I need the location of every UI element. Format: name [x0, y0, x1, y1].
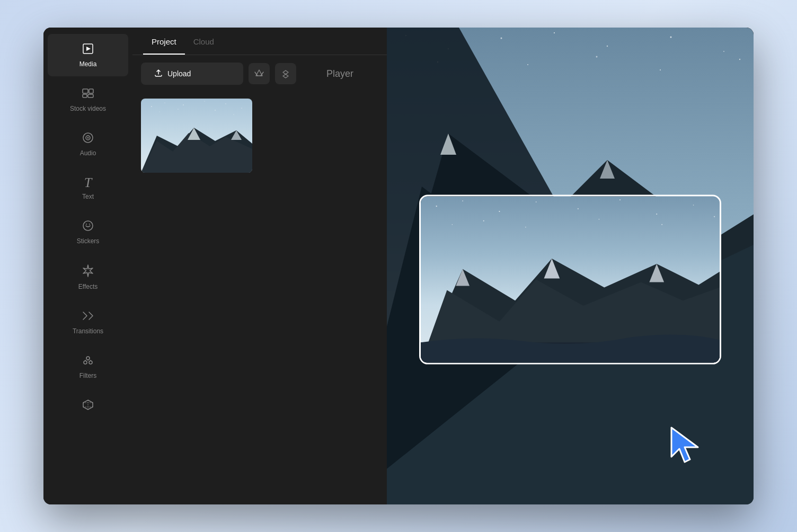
svg-point-36 — [607, 46, 608, 47]
svg-point-65 — [661, 224, 662, 225]
media-icon — [82, 42, 94, 57]
svg-rect-5 — [88, 94, 93, 97]
svg-point-58 — [656, 214, 657, 215]
sidebar-item-stickers[interactable]: Stickers — [48, 211, 128, 253]
svg-point-12 — [86, 357, 90, 360]
sidebar-item-effects[interactable]: Effects — [48, 255, 128, 299]
svg-point-45 — [739, 59, 740, 60]
svg-point-8 — [87, 137, 89, 139]
sidebar: Media Stock videos Audio — [43, 28, 132, 504]
svg-point-56 — [578, 208, 579, 209]
svg-point-9 — [83, 221, 93, 230]
sidebar-item-stock-videos[interactable]: Stock videos — [48, 78, 128, 121]
svg-point-43 — [596, 56, 598, 58]
top-section: Project Cloud Upload — [132, 28, 754, 504]
svg-point-38 — [723, 51, 724, 52]
dropbox-button[interactable] — [275, 63, 296, 84]
sidebar-item-filters[interactable]: Filters — [48, 345, 128, 388]
svg-point-24 — [215, 110, 216, 111]
player-label: Player — [302, 68, 378, 79]
svg-point-62 — [483, 220, 484, 221]
cursor — [669, 425, 701, 462]
effects-icon — [81, 264, 95, 280]
sidebar-item-transitions[interactable]: Transitions — [48, 301, 128, 343]
audio-icon — [82, 131, 94, 146]
sidebar-label-media: Media — [79, 60, 97, 68]
svg-marker-1 — [86, 47, 91, 51]
stock-videos-icon — [82, 87, 94, 102]
google-drive-button[interactable] — [249, 63, 270, 84]
svg-point-64 — [599, 219, 600, 220]
svg-rect-2 — [83, 89, 88, 93]
sidebar-label-stickers: Stickers — [77, 237, 100, 245]
svg-point-25 — [234, 114, 234, 115]
svg-point-35 — [554, 32, 555, 33]
tab-cloud[interactable]: Cloud — [185, 28, 223, 55]
toolbar: Upload Player — [132, 55, 387, 92]
sidebar-item-media[interactable]: Media — [48, 34, 128, 76]
media-grid — [132, 92, 387, 179]
sidebar-label-audio: Audio — [80, 149, 96, 157]
player-preview — [419, 195, 721, 365]
svg-point-20 — [225, 103, 226, 104]
tabs-bar: Project Cloud — [132, 28, 387, 55]
svg-point-63 — [525, 227, 526, 228]
svg-point-60 — [714, 216, 715, 217]
sidebar-label-filters: Filters — [79, 372, 97, 379]
sidebar-item-audio[interactable]: Audio — [48, 123, 128, 165]
upload-icon — [154, 68, 163, 79]
stickers-icon — [82, 219, 94, 234]
svg-point-42 — [527, 64, 528, 65]
sidebar-item-text[interactable]: T Text — [48, 167, 128, 209]
svg-rect-3 — [89, 89, 93, 93]
svg-point-16 — [151, 106, 152, 107]
svg-point-22 — [160, 112, 160, 112]
svg-point-34 — [501, 38, 502, 39]
sidebar-label-text: Text — [82, 193, 94, 200]
media-panel: Project Cloud Upload — [132, 28, 387, 504]
svg-point-23 — [178, 109, 178, 109]
text-icon: T — [84, 176, 92, 190]
sidebar-item-3d[interactable] — [48, 390, 128, 422]
svg-point-55 — [536, 201, 537, 202]
3d-icon — [82, 398, 94, 413]
svg-point-11 — [89, 224, 90, 225]
sidebar-label-stock-videos: Stock videos — [70, 105, 106, 112]
media-thumbnail-1[interactable] — [141, 99, 252, 173]
svg-point-57 — [619, 199, 621, 200]
svg-point-13 — [84, 361, 87, 364]
sidebar-label-effects: Effects — [78, 283, 98, 290]
svg-point-19 — [205, 101, 205, 102]
upload-button[interactable]: Upload — [141, 63, 243, 85]
svg-point-10 — [86, 224, 87, 225]
svg-point-54 — [499, 211, 500, 212]
player-area — [387, 28, 754, 504]
tab-project[interactable]: Project — [143, 28, 185, 55]
svg-rect-4 — [83, 94, 87, 97]
svg-point-18 — [183, 104, 183, 105]
svg-point-52 — [436, 206, 437, 207]
svg-point-14 — [89, 361, 92, 364]
transitions-icon — [82, 309, 94, 324]
filters-icon — [82, 354, 94, 369]
svg-point-37 — [670, 37, 672, 38]
svg-point-59 — [693, 205, 694, 206]
main-content: Project Cloud Upload — [132, 28, 754, 504]
sidebar-label-transitions: Transitions — [73, 327, 103, 335]
svg-point-61 — [452, 224, 453, 225]
svg-point-53 — [462, 200, 463, 201]
svg-marker-72 — [671, 428, 698, 462]
svg-point-21 — [241, 108, 242, 108]
svg-point-17 — [164, 102, 165, 103]
upload-label: Upload — [167, 69, 191, 78]
svg-point-44 — [660, 69, 661, 70]
app-window: Media Stock videos Audio — [43, 28, 754, 504]
